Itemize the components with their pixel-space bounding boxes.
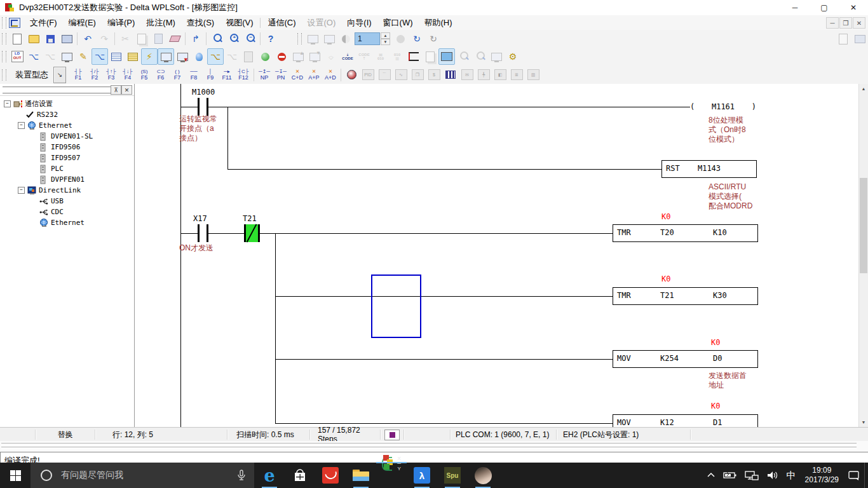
network-icon[interactable] [741,463,763,488]
np-pulse-button[interactable]: ─↥─NP [256,67,273,83]
mov-k254-instruction-box[interactable]: MOV K254 D0 [613,350,758,368]
toolbar1-grip[interactable] [2,33,6,44]
tree-node-ethernet2[interactable]: Ethernet [39,217,85,227]
menu-wizard[interactable]: 向导(I) [341,16,377,30]
menu-file[interactable]: 文件(F) [24,16,63,30]
tray-chevron-icon[interactable] [703,463,719,488]
goto-button[interactable]: ↱ [187,30,204,47]
taskbar-file-explorer-icon[interactable] [346,463,376,488]
instruction-list-button[interactable]: ⌥ [25,48,42,65]
monitor-write-button[interactable]: ▼ [174,48,191,65]
taskbar-avatar-icon[interactable] [468,463,498,488]
code-convert-button[interactable]: ⇣CODE [339,48,356,65]
horizontal-scrollbar[interactable] [0,441,868,452]
application-coil-button[interactable]: ( )F7 [169,67,186,83]
register-bars-icon[interactable] [442,67,459,83]
minimize-button[interactable]: ─ [780,0,810,15]
battery-icon[interactable] [719,463,741,488]
collapse-icon[interactable]: − [18,187,25,194]
tree-node-ifd9507[interactable]: IFD9507 [39,152,80,163]
convert-ad-button[interactable]: ✕A+D [322,67,339,83]
open-file-button[interactable] [25,30,42,47]
collapse-icon[interactable]: − [4,100,11,107]
ladder-monitor-button[interactable]: ⌥ [207,48,224,65]
pn-pulse-button[interactable]: ─↧─PN [273,67,289,83]
tree-node-dvpen01[interactable]: DVPEN01-SL [39,131,93,141]
monitor-start-button[interactable] [158,48,174,65]
stopwatch-icon[interactable] [343,67,360,83]
print-button[interactable] [58,30,75,47]
scroll-thumb[interactable] [860,178,867,273]
run-clock-button[interactable] [257,48,273,65]
vertical-scrollbar[interactable]: ▲ ▼ [858,84,868,427]
microphone-icon[interactable] [236,470,247,481]
contact-m1000[interactable] [198,98,200,116]
tree-node-ifd9506[interactable]: IFD9506 [39,142,80,152]
tree-node-directlink[interactable]: − DirectLink [18,185,81,195]
zoom-out-button[interactable]: − [241,30,258,47]
start-button[interactable] [0,463,31,488]
falling-edge-button[interactable]: ┤↓├F4 [119,67,136,83]
taskbar-spu-icon[interactable]: Spu [437,463,468,488]
gear-icon[interactable]: ⚙ [505,48,521,65]
taskbar-edge-icon[interactable]: e [254,463,285,488]
menu-search[interactable]: 查找(S) [181,16,220,30]
toolbar2-grip[interactable] [2,51,6,62]
edit-comment-button[interactable]: ✎ [75,48,92,65]
eraser-button[interactable] [166,30,183,47]
edit-cursor-cell[interactable] [371,274,421,338]
tree-node-usb[interactable]: USB [39,196,64,206]
maximize-button[interactable]: ▢ [810,0,839,15]
menu-communication[interactable]: 通信(C) [262,16,301,30]
tree-node-comm-settings[interactable]: − 通信设置 [4,98,53,109]
undo-button[interactable]: ↶ [79,30,96,47]
zoom-in-button[interactable]: + [225,30,241,47]
menu-help[interactable]: 帮助(H) [419,16,458,30]
action-center-icon[interactable] [844,463,864,488]
vertical-line-button[interactable]: │F9 [202,67,219,83]
horizontal-line-button[interactable]: ──F8 [186,67,202,83]
close-button[interactable]: ✕ [839,0,868,15]
tray-clock[interactable]: 19:09 2017/3/29 [800,466,844,485]
refresh-button[interactable]: ↻ [409,30,425,47]
collapse-icon[interactable]: − [18,122,25,129]
mov-k12-instruction-box[interactable]: MOV K12 D1 [613,414,758,427]
timeline-button[interactable] [405,48,422,65]
ime-indicator[interactable]: 中 [783,463,800,488]
convert-ap-button[interactable]: ✕A+P [306,67,322,83]
tmr-t21-instruction-box[interactable]: TMR T21 K30 [613,287,758,305]
new-file-button[interactable] [9,30,25,47]
ladder-view-button[interactable]: ⌥ [92,48,108,65]
taskbar-acrobat-icon[interactable]: λ [407,463,437,488]
tree-node-rs232[interactable]: RS232 [25,109,58,119]
contact-label[interactable]: M1000 [192,88,215,97]
table-view-button[interactable] [108,48,125,65]
menu-window[interactable]: 窗口(W) [377,16,419,30]
toolbar3-grip[interactable] [2,69,6,81]
monitor-toolbar-grip[interactable] [297,33,302,44]
row-jump-field[interactable]: 1 [355,32,380,45]
tree-node-plc[interactable]: PLC [39,163,64,173]
hmi-monitor-button[interactable] [438,48,455,65]
mdi-restore-button[interactable]: ❐ [839,17,852,29]
show-desktop-button[interactable] [864,463,868,488]
save-button[interactable] [42,30,58,47]
zoom-button[interactable] [208,30,225,47]
panel-close-button[interactable]: ✕ [121,85,132,95]
menu-compile[interactable]: 编译(P) [102,16,140,30]
taskbar-red-app-icon[interactable] [315,463,346,488]
row-jump-stepper[interactable]: ▲▼ [381,32,390,45]
tree-node-ethernet[interactable]: − Ethernet [18,120,72,130]
contact-no-button[interactable]: ┤├F1 [70,67,86,83]
scroll-up-arrow[interactable]: ▲ [859,84,868,93]
tree-node-cdc[interactable]: CDC [39,207,64,217]
ladder-canvas[interactable]: M1000 ( M1161 ) 运转监视常 开接点（a 接点） 8位处理模 式（… [135,84,859,427]
rotate-button[interactable]: ↻ [425,30,442,47]
instruction-button[interactable]: ─▸F11 [219,67,235,83]
menu-grip[interactable] [2,17,6,29]
output-coil-m1161[interactable]: ( M1161 ) [690,102,756,112]
pointer-tool-button[interactable]: ↘ [53,67,66,83]
ld-out-view-button[interactable]: LDOUT [9,48,25,65]
convert-cd-button[interactable]: ✕C+D [289,67,306,83]
comment-view-button[interactable] [125,48,141,65]
